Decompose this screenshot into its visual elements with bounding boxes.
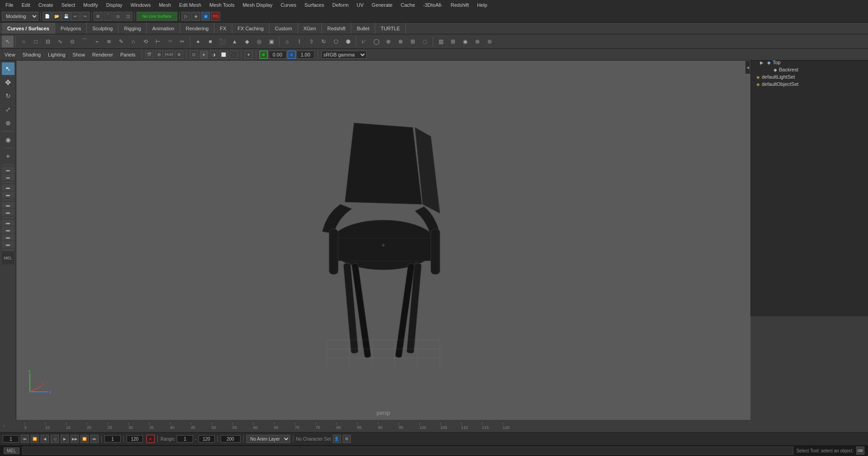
coord-toggle[interactable]: ⊕ — [259, 51, 268, 59]
quick-sel-set[interactable]: ▬ — [2, 167, 14, 173]
menu-edit-mesh[interactable]: Edit Mesh — [175, 1, 205, 9]
go-to-start-btn[interactable]: ⏮ — [21, 435, 29, 443]
snap-curve-icon[interactable]: ⌒ — [104, 12, 113, 21]
menu-select[interactable]: Select — [58, 1, 79, 9]
ipr-icon[interactable]: ◈ — [191, 12, 200, 21]
shaded-icon[interactable]: ● — [200, 51, 208, 59]
menu-uv[interactable]: UV — [353, 1, 367, 9]
extrude-icon[interactable]: ⇧ — [306, 36, 317, 47]
outliner-item-default-obj-set[interactable]: ◈ defaultObjectSet — [751, 80, 868, 88]
menu-modify[interactable]: Modify — [80, 1, 101, 9]
pencil-icon[interactable]: ✎ — [115, 36, 127, 47]
start-frame-input[interactable] — [3, 435, 19, 442]
end-range-max-input[interactable] — [221, 435, 241, 442]
script-editor-btn[interactable]: ⌨ — [856, 447, 864, 455]
menu-cache[interactable]: Cache — [397, 1, 419, 9]
tab-turtle[interactable]: TURTLE — [375, 23, 406, 34]
menu-mesh-tools[interactable]: Mesh Tools — [206, 1, 238, 9]
render-icon[interactable]: ▷ — [181, 12, 190, 21]
paint-sel-icon[interactable]: ⊙ — [66, 36, 78, 47]
rebuild-icon[interactable]: ⟲ — [140, 36, 151, 47]
menu-generate[interactable]: Generate — [368, 1, 396, 9]
main-viewport[interactable]: + persp X Y Z — [16, 61, 750, 420]
attr-box-tool[interactable]: ▬ — [2, 184, 14, 191]
tab-sculpting[interactable]: Sculpting — [87, 23, 118, 34]
stitch-icon[interactable]: ⩗ — [358, 36, 370, 47]
rs-icon[interactable]: RS — [211, 12, 220, 21]
outliner-item-default-light-set[interactable]: ◈ defaultLightSet — [751, 73, 868, 80]
ep-icon[interactable]: ≋ — [103, 36, 115, 47]
snapping-surface[interactable]: ▬ — [2, 241, 14, 248]
snap-point-icon[interactable]: ◎ — [113, 12, 123, 21]
mel-python-toggle[interactable]: MEL — [4, 447, 19, 454]
points-icon[interactable]: · — [230, 51, 238, 59]
tab-bullet[interactable]: Bullet — [351, 23, 375, 34]
go-to-end-btn[interactable]: ⏭ — [90, 435, 99, 443]
range-slider-tool[interactable]: ▬ — [2, 209, 14, 216]
wireframe-icon[interactable]: ⊡ — [190, 51, 198, 59]
snapping-point[interactable]: ▬ — [2, 234, 14, 240]
menu-windows[interactable]: Windows — [127, 1, 155, 9]
show-menu-btn[interactable]: Show — [70, 51, 88, 58]
coord-y-toggle[interactable]: ⊕ — [288, 51, 296, 59]
loft-icon[interactable]: ⌂ — [281, 36, 293, 47]
module-selector[interactable]: Modeling Rigging Animation FX Rendering — [2, 12, 38, 21]
fillet-icon[interactable]: ⌔ — [164, 36, 176, 47]
menu-display[interactable]: Display — [103, 1, 126, 9]
plane-icon[interactable]: ▣ — [265, 36, 277, 47]
current-frame-input[interactable] — [104, 435, 121, 442]
birail-icon[interactable]: ⌇ — [293, 36, 305, 47]
step-fwd-btn[interactable]: ▶▶ — [71, 435, 79, 443]
soft-mod-tool[interactable]: ◉ — [2, 133, 14, 146]
universal-manip[interactable]: ⊕ — [2, 117, 14, 129]
range-start-input[interactable] — [177, 435, 193, 442]
diamond-icon[interactable]: ◆ — [241, 36, 253, 47]
tab-xgen[interactable]: XGen — [298, 23, 322, 34]
tool-set-2[interactable]: ▬ — [2, 174, 14, 180]
cylinder-icon[interactable]: ⬛ — [217, 36, 228, 47]
snap-surface-icon[interactable]: ◫ — [123, 12, 132, 21]
paint-weights-icon[interactable]: ⊛ — [472, 36, 483, 47]
cone-icon[interactable]: ▲ — [229, 36, 241, 47]
time-slider-tool[interactable]: ▬ — [2, 202, 14, 208]
snapping-curve[interactable]: ▬ — [2, 227, 14, 233]
deform-icon[interactable]: ▥ — [435, 36, 447, 47]
new-scene-icon[interactable]: 📄 — [42, 12, 52, 21]
select-tool[interactable]: ↖ — [2, 62, 14, 75]
cube-icon[interactable]: ■ — [204, 36, 216, 47]
anim-layer-select[interactable]: No Anim Layer — [246, 435, 290, 443]
menu-file[interactable]: File — [2, 1, 17, 9]
step-back-key-btn[interactable]: ⏪ — [31, 435, 39, 443]
square-icon[interactable]: □ — [30, 36, 42, 47]
extend-icon[interactable]: ⊢ — [152, 36, 164, 47]
render-settings-icon[interactable]: No Live Surface — [137, 12, 177, 21]
redo-icon[interactable]: ↪ — [80, 12, 90, 21]
tab-polygons[interactable]: Polygons — [55, 23, 87, 34]
tab-rigging[interactable]: Rigging — [118, 23, 146, 34]
cv-icon[interactable]: ⌁ — [91, 36, 103, 47]
right-panel-collapse[interactable]: ◀ — [745, 61, 750, 74]
smooth-icon[interactable]: ◉ — [459, 36, 471, 47]
curve-icon[interactable]: ⌒ — [79, 36, 90, 47]
menu-3dtall[interactable]: -3DtoAll- — [420, 1, 446, 9]
isolate-select-icon[interactable]: ◈ — [245, 51, 253, 59]
snapping-grid[interactable]: ▬ — [2, 220, 14, 226]
revolve-icon[interactable]: ↻ — [318, 36, 330, 47]
end-frame-input[interactable] — [127, 435, 143, 442]
bool-icon[interactable]: ⊗ — [395, 36, 406, 47]
sculpt-icon[interactable]: ◯ — [370, 36, 382, 47]
menu-mesh-display[interactable]: Mesh Display — [239, 1, 276, 9]
play-back-btn[interactable]: ◁ — [51, 435, 59, 443]
menu-mesh[interactable]: Mesh — [155, 1, 175, 9]
range-end-input[interactable] — [198, 435, 215, 442]
save-scene-icon[interactable]: 💾 — [61, 12, 71, 21]
tab-fx-caching[interactable]: FX Caching — [232, 23, 269, 34]
torus-icon[interactable]: ◎ — [253, 36, 265, 47]
menu-curves[interactable]: Curves — [277, 1, 300, 9]
tab-custom[interactable]: Custom — [269, 23, 298, 34]
trim-icon[interactable]: ⊕ — [382, 36, 394, 47]
boundary-icon[interactable]: ⬢ — [342, 36, 354, 47]
step-back-btn[interactable]: ◀ — [41, 435, 49, 443]
anim-prefs-btn[interactable]: ⚙ — [343, 435, 351, 443]
cam-settings-icon[interactable]: 🎬 — [145, 51, 153, 59]
